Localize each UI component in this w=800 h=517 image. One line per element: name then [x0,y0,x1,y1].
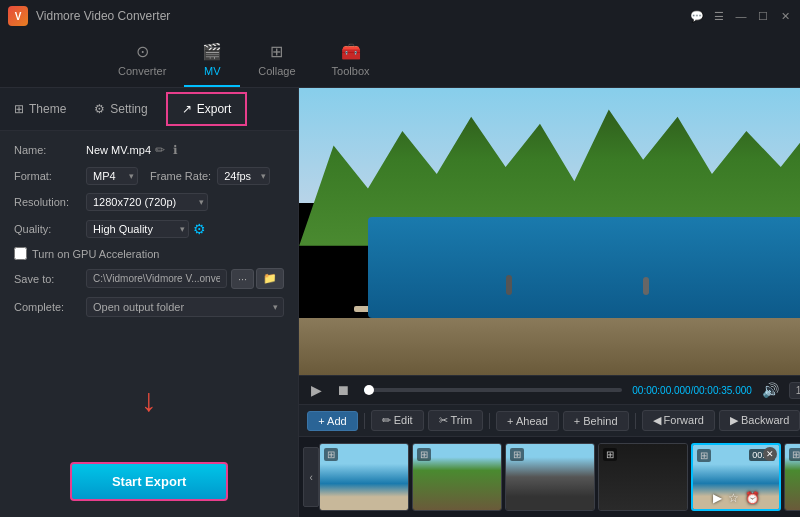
film-icon-5: ⊞ [697,449,711,462]
tab-converter-label: Converter [118,65,166,77]
film-overlay-5: ▶ ☆ ⏰ [713,491,760,505]
chat-button[interactable]: 💬 [690,9,704,23]
aspect-ratio-button[interactable]: 16:9 ▾ [789,382,800,399]
add-button[interactable]: + Add [307,411,357,431]
saveto-browse-button[interactable]: ··· [231,269,254,289]
start-export-button[interactable]: Start Export [70,462,228,501]
film-item-2[interactable]: ⊞ [412,443,502,511]
film-icon-4: ⊞ [603,448,617,461]
resolution-select-wrap: 1280x720 (720p)1920x1080 (1080p) [86,193,208,211]
saveto-input[interactable] [86,269,227,288]
framerate-select[interactable]: 24fps30fps60fps [217,167,270,185]
complete-row: Complete: Open output folderDo nothing [14,297,284,317]
left-tab-theme[interactable]: ⊞ Theme [0,94,80,124]
person2 [643,277,649,295]
person1 [506,275,512,295]
forward-button[interactable]: ◀ Forward [642,410,715,431]
info-button[interactable]: ℹ [169,141,182,159]
film-item-3[interactable]: ⊞ [505,443,595,511]
gpu-checkbox[interactable] [14,247,27,260]
mv-icon: 🎬 [202,42,222,61]
film-item-1[interactable]: ⊞ [319,443,409,511]
play-button[interactable]: ▶ [307,380,326,400]
sep3 [635,413,636,429]
pool-scene [299,88,800,375]
name-row: Name: New MV.mp4 ✏ ℹ [14,141,284,159]
format-row: Format: MP4MOVAVI Frame Rate: 24fps30fps… [14,167,284,185]
video-controls-bar: ▶ ⏹ 00:00:00.000/00:00:35.000 🔊 16:9 ▾ 🖥… [299,375,800,404]
window-controls: 💬 ☰ — ☐ ✕ [690,9,792,23]
left-panel: ⊞ Theme ⚙ Setting ↗ Export Name: New MV.… [0,88,299,517]
resolution-label: Resolution: [14,196,86,208]
saveto-folder-button[interactable]: 📁 [256,268,284,289]
menu-button[interactable]: ☰ [712,9,726,23]
film-clock-btn-5[interactable]: ⏰ [745,491,760,505]
minimize-button[interactable]: — [734,9,748,23]
film-icon-1: ⊞ [324,448,338,461]
export-form: Name: New MV.mp4 ✏ ℹ Format: MP4MOVAVI F… [0,131,298,339]
stop-button[interactable]: ⏹ [332,380,354,400]
right-panel: ▶ ⏹ 00:00:00.000/00:00:35.000 🔊 16:9 ▾ 🖥… [299,88,800,517]
behind-button[interactable]: + Behind [563,411,629,431]
quality-select[interactable]: High QualityMedium Quality [86,220,189,238]
aspect-ratio-label: 16:9 [796,385,800,396]
film-play-btn-5[interactable]: ▶ [713,491,722,505]
format-label: Format: [14,170,86,182]
filmstrip-prev-button[interactable]: ‹ [303,447,319,507]
film-item-4[interactable]: ⊞ [598,443,688,511]
close-button[interactable]: ✕ [778,9,792,23]
gpu-label[interactable]: Turn on GPU Acceleration [32,248,159,260]
resolution-select[interactable]: 1280x720 (720p)1920x1080 (1080p) [86,193,208,211]
complete-label: Complete: [14,301,86,313]
setting-icon: ⚙ [94,102,105,116]
app-logo: V [8,6,28,26]
time-total: 00:00:35.000 [693,385,751,396]
quality-gear-button[interactable]: ⚙ [189,219,210,239]
time-display: 00:00:00.000/00:00:35.000 [632,385,752,396]
setting-label: Setting [110,102,147,116]
name-value: New MV.mp4 [86,144,151,156]
format-select[interactable]: MP4MOVAVI [86,167,138,185]
bottom-toolbar: + Add ✏ Edit ✂ Trim + Ahead + Behind ◀ F… [299,404,800,437]
sep1 [364,413,365,429]
export-icon: ↗ [182,102,192,116]
pool-water [368,217,800,317]
tab-collage[interactable]: ⊞ Collage [240,34,313,87]
converter-icon: ⊙ [136,42,149,61]
film-icon-6: ⊞ [789,448,800,461]
film-icon-3: ⊞ [510,448,524,461]
volume-button[interactable]: 🔊 [758,380,783,400]
tab-toolbox[interactable]: 🧰 Toolbox [314,34,388,87]
collage-icon: ⊞ [270,42,283,61]
ahead-button[interactable]: + Ahead [496,411,559,431]
quality-select-wrap: High QualityMedium Quality [86,220,189,238]
backward-button[interactable]: ▶ Backward [719,410,800,431]
tab-mv-label: MV [204,65,221,77]
theme-label: Theme [29,102,66,116]
tab-collage-label: Collage [258,65,295,77]
format-select-wrap: MP4MOVAVI [86,167,138,185]
film-item-6[interactable]: ⊞ [784,443,800,511]
export-arrow-icon: ↓ [141,382,157,419]
film-icon-2: ⊞ [417,448,431,461]
saveto-label: Save to: [14,273,86,285]
left-tab-setting[interactable]: ⚙ Setting [80,94,161,124]
edit-name-button[interactable]: ✏ [151,141,169,159]
filmstrip: ‹ ⊞ ⊞ ⊞ ⊞ [299,437,800,517]
trim-button[interactable]: ✂ Trim [428,410,483,431]
tab-mv[interactable]: 🎬 MV [184,34,240,87]
tab-toolbox-label: Toolbox [332,65,370,77]
complete-select[interactable]: Open output folderDo nothing [86,297,284,317]
tab-converter[interactable]: ⊙ Converter [100,34,184,87]
film-item-5[interactable]: ⊞ 00:... ✕ ▶ ☆ ⏰ [691,443,781,511]
ground [299,318,800,375]
framerate-label: Frame Rate: [150,170,211,182]
film-star-btn-5[interactable]: ☆ [728,491,739,505]
progress-bar[interactable] [364,388,622,392]
toolbox-icon: 🧰 [341,42,361,61]
maximize-button[interactable]: ☐ [756,9,770,23]
time-current: 00:00:00.000 [632,385,690,396]
filmstrip-items: ⊞ ⊞ ⊞ ⊞ ⊞ 00:... ✕ [319,443,800,511]
edit-button[interactable]: ✏ Edit [371,410,424,431]
left-tab-export[interactable]: ↗ Export [166,92,248,126]
